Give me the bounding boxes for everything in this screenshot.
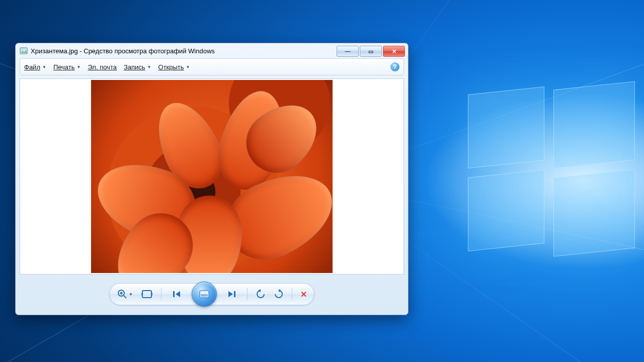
control-pill: ▼ (109, 283, 314, 305)
separator (161, 288, 162, 300)
chevron-down-icon: ▼ (42, 65, 46, 69)
control-bar: ▼ (16, 279, 408, 310)
chevron-down-icon: ▼ (147, 65, 151, 69)
help-icon: ? (393, 63, 396, 70)
svg-rect-9 (201, 294, 208, 297)
close-button[interactable]: ✕ (383, 46, 405, 57)
zoom-button[interactable]: ▼ (117, 289, 133, 300)
rotate-cw-button[interactable] (274, 289, 284, 299)
svg-rect-0 (20, 48, 27, 54)
help-button[interactable]: ? (390, 62, 399, 71)
windows-logo (468, 85, 634, 251)
svg-rect-10 (234, 291, 235, 297)
maximize-button[interactable]: ▭ (360, 46, 382, 57)
image-viewport[interactable] (20, 78, 404, 275)
slideshow-icon (199, 290, 210, 299)
delete-button[interactable]: ✕ (300, 290, 307, 299)
maximize-icon: ▭ (368, 48, 373, 55)
slideshow-button[interactable] (192, 282, 217, 307)
fit-window-button[interactable] (141, 290, 153, 299)
app-icon (20, 47, 28, 55)
nav-cluster (170, 282, 239, 307)
menu-label: Печать (53, 63, 75, 71)
rotate-ccw-button[interactable] (256, 289, 266, 299)
titlebar[interactable]: Хризантема.jpg - Средство просмотра фото… (16, 43, 408, 58)
caption-buttons: — ▭ ✕ (337, 45, 407, 57)
window-title: Хризантема.jpg - Средство просмотра фото… (31, 47, 215, 55)
menu-label: Файл (24, 63, 40, 71)
separator (247, 288, 248, 300)
menu-label: Эл. почта (88, 63, 117, 71)
desktop-wallpaper: Хризантема.jpg - Средство просмотра фото… (0, 0, 644, 362)
chevron-down-icon: ▼ (129, 292, 133, 297)
minimize-button[interactable]: — (337, 46, 359, 57)
svg-line-3 (124, 296, 126, 298)
svg-rect-6 (142, 291, 151, 298)
minimize-icon: — (345, 48, 351, 54)
next-button[interactable] (224, 287, 239, 302)
svg-point-1 (22, 49, 23, 51)
menu-open[interactable]: Открыть▼ (158, 63, 190, 71)
menu-file[interactable]: Файл▼ (24, 63, 46, 71)
chevron-down-icon: ▼ (186, 65, 190, 69)
chevron-down-icon: ▼ (76, 65, 80, 69)
close-icon: ✕ (392, 48, 396, 55)
menu-print[interactable]: Печать▼ (53, 63, 81, 71)
photo-viewer-window: Хризантема.jpg - Средство просмотра фото… (15, 43, 409, 315)
toolbar: Файл▼ Печать▼ Эл. почта Запись▼ Открыть▼… (20, 58, 404, 75)
delete-icon: ✕ (300, 290, 307, 299)
menu-label: Запись (124, 63, 145, 71)
menu-email[interactable]: Эл. почта (88, 63, 117, 71)
menu-burn[interactable]: Запись▼ (124, 63, 151, 71)
previous-button[interactable] (170, 287, 185, 302)
displayed-image (91, 80, 333, 273)
separator (292, 288, 292, 300)
svg-rect-7 (173, 291, 175, 297)
menu-label: Открыть (158, 63, 184, 71)
